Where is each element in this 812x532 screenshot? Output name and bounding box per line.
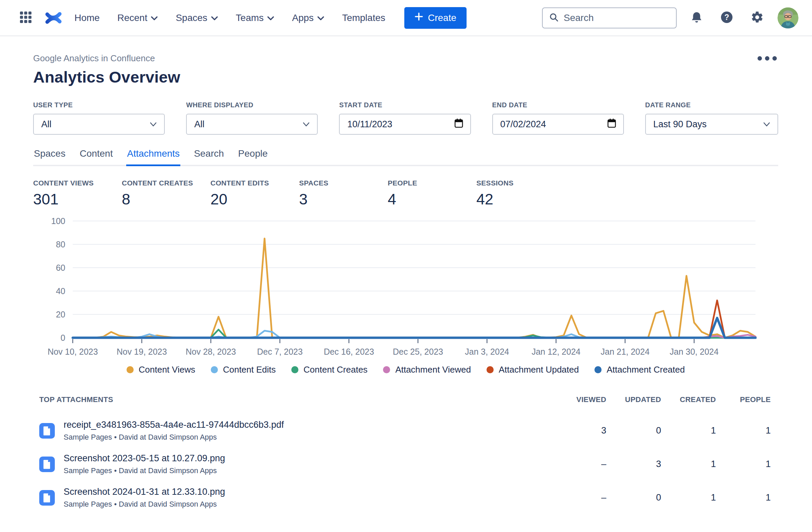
calendar-icon bbox=[454, 118, 464, 131]
created-value: 1 bbox=[661, 492, 716, 503]
nav-spaces[interactable]: Spaces bbox=[176, 13, 218, 23]
confluence-analytics-page: Home Recent Spaces Teams Apps Templates … bbox=[0, 0, 812, 532]
chart-legend: Content Views Content Edits Content Crea… bbox=[33, 364, 778, 375]
tab-attachments[interactable]: Attachments bbox=[126, 148, 180, 166]
breadcrumb[interactable]: Google Analytics in Confluence bbox=[33, 53, 155, 63]
chevron-down-icon bbox=[149, 119, 157, 130]
attachment-link[interactable]: Screenshot 2023-05-15 at 10.27.09.png bbox=[63, 453, 225, 464]
stat-sessions: SESSIONS42 bbox=[476, 179, 565, 208]
stat-spaces: SPACES3 bbox=[299, 179, 388, 208]
confluence-logo[interactable] bbox=[41, 6, 66, 29]
gear-icon bbox=[751, 11, 764, 25]
plus-icon bbox=[415, 12, 423, 23]
create-button[interactable]: Create bbox=[404, 7, 467, 29]
legend-attachment-viewed[interactable]: Attachment Viewed bbox=[383, 364, 471, 375]
col-people: PEOPLE bbox=[716, 395, 771, 404]
legend-content-creates[interactable]: Content Creates bbox=[291, 364, 367, 375]
chevron-down-icon bbox=[302, 119, 310, 130]
nav-apps[interactable]: Apps bbox=[292, 13, 324, 23]
legend-content-edits[interactable]: Content Edits bbox=[211, 364, 276, 375]
table-row: receipt_e3481963-855a-4a4e-ac11-97444dbc… bbox=[39, 420, 771, 442]
created-value: 1 bbox=[661, 426, 716, 436]
people-value: 1 bbox=[716, 426, 771, 436]
settings-button[interactable] bbox=[747, 7, 767, 28]
stat-content-views: CONTENT VIEWS301 bbox=[33, 179, 122, 208]
attachment-viewed-swatch bbox=[383, 366, 390, 373]
chevron-down-icon bbox=[763, 119, 771, 130]
table-row: Screenshot 2024-01-31 at 12.33.10.png Sa… bbox=[39, 487, 771, 509]
stat-content-edits: CONTENT EDITS20 bbox=[211, 179, 299, 208]
help-button[interactable]: ? bbox=[716, 7, 737, 28]
col-viewed: VIEWED bbox=[551, 395, 606, 404]
svg-text:80: 80 bbox=[56, 240, 65, 249]
calendar-icon bbox=[607, 118, 617, 131]
attachment-meta: Sample Pages • David at David Simpson Ap… bbox=[63, 433, 284, 442]
start-date-input[interactable]: 10/11/2023 bbox=[339, 114, 470, 135]
tab-content[interactable]: Content bbox=[79, 148, 113, 166]
end-date-input[interactable]: 07/02/2024 bbox=[492, 114, 624, 135]
start-date-label: START DATE bbox=[339, 101, 470, 109]
page-title: Analytics Overview bbox=[33, 68, 778, 86]
table-row: Screenshot 2023-05-15 at 10.27.09.png Sa… bbox=[39, 453, 771, 475]
date-range-label: DATE RANGE bbox=[645, 101, 778, 109]
svg-text:?: ? bbox=[724, 13, 729, 21]
primary-nav: Home Recent Spaces Teams Apps Templates bbox=[74, 13, 386, 23]
svg-text:Dec 16, 2023: Dec 16, 2023 bbox=[324, 347, 374, 356]
tab-people[interactable]: People bbox=[237, 148, 268, 166]
nav-templates[interactable]: Templates bbox=[342, 13, 386, 23]
nav-home[interactable]: Home bbox=[74, 13, 100, 23]
search-icon bbox=[549, 12, 559, 24]
people-value: 1 bbox=[716, 492, 771, 503]
attachment-meta: Sample Pages • David at David Simpson Ap… bbox=[63, 500, 225, 509]
svg-text:Nov 10, 2023: Nov 10, 2023 bbox=[48, 347, 98, 356]
search-input[interactable] bbox=[564, 13, 670, 23]
attachment-link[interactable]: Screenshot 2024-01-31 at 12.33.10.png bbox=[63, 487, 225, 497]
global-search[interactable] bbox=[542, 8, 677, 28]
where-displayed-label: WHERE DISPLAYED bbox=[186, 101, 318, 109]
chevron-down-icon bbox=[150, 13, 158, 23]
tab-spaces[interactable]: Spaces bbox=[33, 148, 66, 166]
end-date-label: END DATE bbox=[492, 101, 624, 109]
svg-text:60: 60 bbox=[56, 263, 65, 272]
content-views-swatch bbox=[127, 366, 134, 373]
chevron-down-icon bbox=[267, 13, 274, 23]
legend-attachment-created[interactable]: Attachment Created bbox=[594, 364, 685, 375]
notifications-button[interactable] bbox=[687, 8, 707, 28]
legend-attachment-updated[interactable]: Attachment Updated bbox=[487, 364, 579, 375]
svg-text:0: 0 bbox=[61, 333, 65, 343]
stat-people: PEOPLE4 bbox=[388, 179, 476, 208]
svg-text:20: 20 bbox=[56, 310, 65, 319]
svg-text:Jan 21, 2024: Jan 21, 2024 bbox=[600, 347, 650, 356]
app-switcher-button[interactable] bbox=[15, 6, 37, 29]
more-actions-button[interactable] bbox=[756, 54, 778, 63]
chevron-down-icon bbox=[211, 13, 218, 23]
svg-text:Jan 3, 2024: Jan 3, 2024 bbox=[465, 347, 509, 356]
main-content: Google Analytics in Confluence Analytics… bbox=[0, 53, 812, 509]
user-avatar[interactable] bbox=[778, 8, 798, 28]
svg-text:Nov 19, 2023: Nov 19, 2023 bbox=[117, 347, 167, 356]
updated-value: 0 bbox=[606, 492, 661, 503]
nav-teams[interactable]: Teams bbox=[236, 13, 274, 23]
svg-text:Jan 12, 2024: Jan 12, 2024 bbox=[532, 347, 581, 356]
content-edits-swatch bbox=[211, 366, 218, 373]
date-range-select[interactable]: Last 90 Days bbox=[645, 114, 778, 135]
where-displayed-select[interactable]: All bbox=[186, 114, 318, 135]
attachment-link[interactable]: receipt_e3481963-855a-4a4e-ac11-97444dbc… bbox=[63, 420, 284, 430]
tab-search[interactable]: Search bbox=[193, 148, 224, 166]
question-mark-icon: ? bbox=[720, 11, 734, 25]
legend-content-views[interactable]: Content Views bbox=[127, 364, 195, 375]
table-title: TOP ATTACHMENTS bbox=[39, 395, 551, 404]
top-attachments-table: TOP ATTACHMENTS VIEWED UPDATED CREATED P… bbox=[33, 394, 778, 509]
svg-text:100: 100 bbox=[51, 217, 65, 226]
col-created: CREATED bbox=[661, 395, 716, 404]
svg-text:Dec 7, 2023: Dec 7, 2023 bbox=[257, 347, 303, 356]
svg-text:Dec 25, 2023: Dec 25, 2023 bbox=[393, 347, 443, 356]
user-type-select[interactable]: All bbox=[33, 114, 165, 135]
app-grid-icon bbox=[18, 10, 33, 26]
nav-recent[interactable]: Recent bbox=[117, 13, 158, 23]
stat-content-creates: CONTENT CREATES8 bbox=[122, 179, 211, 208]
analytics-line-chart: 020406080100Nov 10, 2023Nov 19, 2023Nov … bbox=[33, 217, 757, 357]
filter-bar: USER TYPE All WHERE DISPLAYED All START … bbox=[33, 101, 778, 135]
viewed-value: – bbox=[551, 459, 606, 470]
attachment-created-swatch bbox=[594, 366, 601, 373]
